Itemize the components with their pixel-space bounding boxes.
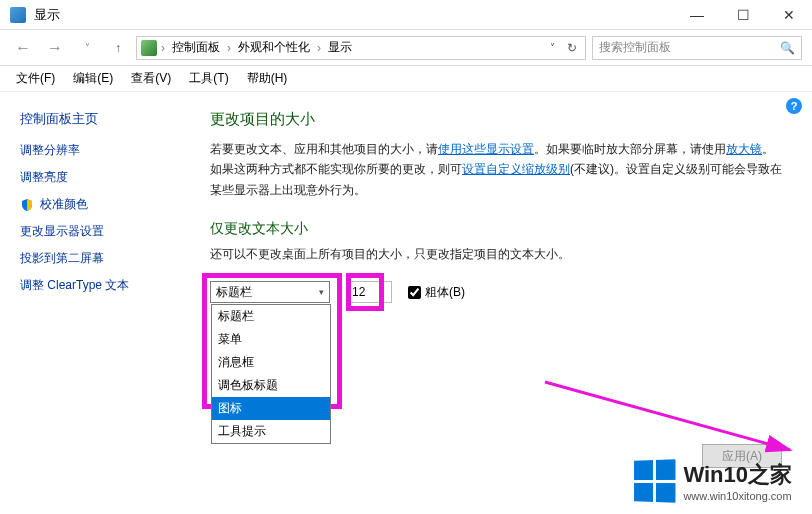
description-paragraph: 若要更改文本、应用和其他项目的大小，请使用这些显示设置。如果要临时放大部分屏幕，…: [210, 139, 784, 200]
shield-icon: [20, 198, 34, 212]
title-bar: 显示 — ☐ ✕: [0, 0, 812, 30]
sidebar-item-resolution[interactable]: 调整分辨率: [20, 142, 190, 159]
bold-checkbox[interactable]: [408, 286, 421, 299]
item-combo[interactable]: 标题栏 ▾ 标题栏 菜单 消息框 调色板标题 图标 工具提示: [210, 281, 330, 303]
link-display-settings[interactable]: 使用这些显示设置: [438, 142, 534, 156]
sidebar-item-project[interactable]: 投影到第二屏幕: [20, 250, 190, 267]
sidebar-item-calibrate[interactable]: 校准颜色: [20, 196, 190, 213]
breadcrumb-sep: ›: [227, 41, 231, 55]
sidebar-item-brightness[interactable]: 调整亮度: [20, 169, 190, 186]
search-input[interactable]: 搜索控制面板 🔍: [592, 36, 802, 60]
window-icon: [10, 7, 26, 23]
breadcrumb-3[interactable]: 显示: [325, 39, 355, 56]
address-dropdown-icon[interactable]: ˅: [546, 42, 559, 53]
subtext: 还可以不更改桌面上所有项目的大小，只更改指定项目的文本大小。: [210, 246, 784, 263]
sidebar-item-label: 校准颜色: [40, 196, 88, 213]
window-title: 显示: [34, 6, 674, 24]
link-magnifier[interactable]: 放大镜: [726, 142, 762, 156]
up-button[interactable]: ↑: [106, 36, 130, 60]
sidebar-item-label: 调整 ClearType 文本: [20, 277, 129, 294]
watermark-title: Win10之家: [683, 460, 792, 490]
heading-text-only: 仅更改文本大小: [210, 220, 784, 238]
menu-file[interactable]: 文件(F): [8, 67, 63, 90]
help-icon[interactable]: ?: [786, 98, 802, 114]
combo-value: 标题栏: [216, 284, 252, 301]
dropdown-option[interactable]: 调色板标题: [212, 374, 330, 397]
sidebar-title[interactable]: 控制面板主页: [20, 110, 190, 128]
close-button[interactable]: ✕: [766, 0, 812, 30]
watermark: Win10之家 www.win10xitong.com: [633, 460, 792, 502]
dropdown-option-selected[interactable]: 图标: [212, 397, 330, 420]
svg-line-0: [545, 382, 790, 450]
dropdown-option[interactable]: 菜单: [212, 328, 330, 351]
back-button[interactable]: ←: [10, 35, 36, 61]
bold-label: 粗体(B): [425, 284, 465, 301]
main-area: 控制面板主页 调整分辨率 调整亮度 校准颜色 更改显示器设置 投影到第二屏幕 调…: [0, 92, 812, 514]
sidebar-item-label: 更改显示器设置: [20, 223, 104, 240]
link-custom-scale[interactable]: 设置自定义缩放级别: [462, 162, 570, 176]
menu-view[interactable]: 查看(V): [123, 67, 179, 90]
sidebar-item-label: 调整亮度: [20, 169, 68, 186]
chevron-down-icon: ▾: [319, 287, 324, 297]
menu-edit[interactable]: 编辑(E): [65, 67, 121, 90]
forward-button[interactable]: →: [42, 35, 68, 61]
annotation-highlight-size: [346, 273, 384, 311]
sidebar: 控制面板主页 调整分辨率 调整亮度 校准颜色 更改显示器设置 投影到第二屏幕 调…: [0, 92, 200, 514]
bold-checkbox-wrap[interactable]: 粗体(B): [408, 284, 465, 301]
breadcrumb-2[interactable]: 外观和个性化: [235, 39, 313, 56]
heading-change-size: 更改项目的大小: [210, 110, 784, 129]
content-pane: ? 更改项目的大小 若要更改文本、应用和其他项目的大小，请使用这些显示设置。如果…: [200, 92, 812, 514]
menu-tools[interactable]: 工具(T): [181, 67, 236, 90]
sidebar-item-label: 调整分辨率: [20, 142, 80, 159]
watermark-url: www.win10xitong.com: [683, 490, 792, 502]
search-placeholder: 搜索控制面板: [599, 39, 671, 56]
address-bar[interactable]: › 控制面板 › 外观和个性化 › 显示 ˅ ↻: [136, 36, 586, 60]
dropdown-option[interactable]: 标题栏: [212, 305, 330, 328]
dropdown-option[interactable]: 工具提示: [212, 420, 330, 443]
breadcrumb-1[interactable]: 控制面板: [169, 39, 223, 56]
breadcrumb-sep: ›: [161, 41, 165, 55]
windows-logo-icon: [634, 459, 675, 503]
item-dropdown: 标题栏 菜单 消息框 调色板标题 图标 工具提示: [211, 304, 331, 444]
controls-row: 标题栏 ▾ 标题栏 菜单 消息框 调色板标题 图标 工具提示 12 粗体(B): [210, 281, 784, 303]
breadcrumb-sep: ›: [317, 41, 321, 55]
control-panel-icon: [141, 40, 157, 56]
menu-help[interactable]: 帮助(H): [239, 67, 296, 90]
history-dropdown[interactable]: ˅: [74, 35, 100, 61]
sidebar-item-display-settings[interactable]: 更改显示器设置: [20, 223, 190, 240]
maximize-button[interactable]: ☐: [720, 0, 766, 30]
minimize-button[interactable]: —: [674, 0, 720, 30]
dropdown-option[interactable]: 消息框: [212, 351, 330, 374]
navigation-bar: ← → ˅ ↑ › 控制面板 › 外观和个性化 › 显示 ˅ ↻ 搜索控制面板 …: [0, 30, 812, 66]
sidebar-item-label: 投影到第二屏幕: [20, 250, 104, 267]
menu-bar: 文件(F) 编辑(E) 查看(V) 工具(T) 帮助(H): [0, 66, 812, 92]
search-icon[interactable]: 🔍: [780, 41, 795, 55]
refresh-button[interactable]: ↻: [563, 41, 581, 55]
watermark-text: Win10之家 www.win10xitong.com: [683, 460, 792, 502]
sidebar-item-cleartype[interactable]: 调整 ClearType 文本: [20, 277, 190, 294]
